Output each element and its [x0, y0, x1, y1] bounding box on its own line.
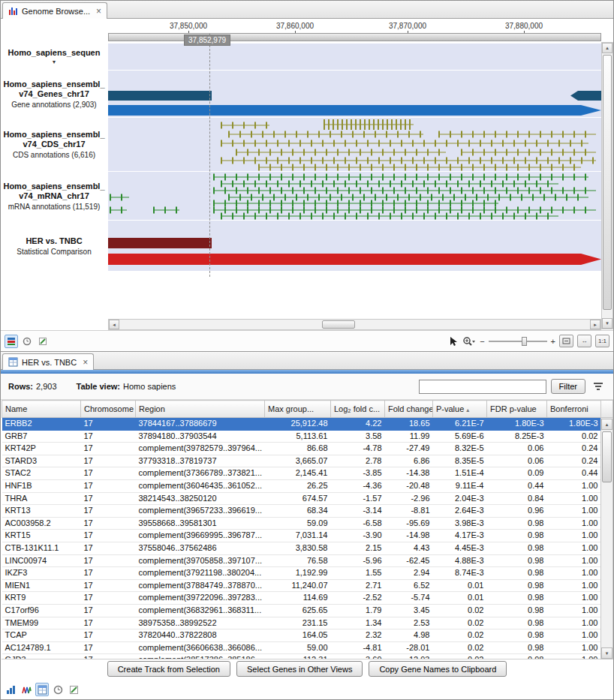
table-row-tcap[interactable]: TCAP1737820440..37822808164.052.324.980.… [2, 629, 601, 642]
table-row-ac003958-2[interactable]: AC003958.21739558668..3958130159.09-6.58… [2, 517, 601, 530]
zoom-tool-icon[interactable] [462, 336, 476, 347]
gene-bar[interactable] [108, 91, 212, 101]
zoom-100-percent-button[interactable]: 1:1 [595, 335, 609, 347]
table-row-krt9[interactable]: KRT917complement(39722096..397283...114.… [2, 592, 601, 605]
cell: 4.22 [331, 418, 385, 431]
zoom-slider[interactable] [489, 336, 547, 347]
stat-features[interactable] [108, 221, 601, 271]
genome-browser-view-icon[interactable] [20, 683, 33, 696]
filter-button[interactable]: Filter [551, 379, 585, 394]
column-header-p-value[interactable]: P-value▴ [433, 401, 487, 418]
column-header-fold-change[interactable]: Fold change [385, 401, 433, 418]
stat-erbb2-bar[interactable] [108, 254, 581, 265]
notes-view-icon[interactable] [67, 683, 80, 696]
column-header-region[interactable]: Region [136, 401, 265, 418]
cell: 1.55 [331, 567, 385, 580]
horizontal-scrollbar[interactable]: ◂ ▸ [108, 319, 601, 330]
select-genes-in-other-views-button[interactable]: Select Genes in Other Views [236, 661, 363, 677]
table-row-krt13[interactable]: KRT1317complement(39657233..396619...68.… [2, 505, 601, 518]
horizontal-scroll-thumb[interactable] [322, 320, 355, 329]
track-list-view-icon[interactable] [5, 335, 18, 348]
cell: 68.34 [265, 505, 331, 518]
track-label-statistical-comparison[interactable]: HER vs. TNBC Statistical Comparison [1, 221, 107, 271]
cell: 114.69 [265, 592, 331, 605]
sequence-track[interactable] [108, 44, 601, 70]
history-view-icon[interactable] [51, 683, 65, 696]
close-tab-icon[interactable]: × [83, 358, 88, 367]
zoom-slider-thumb[interactable] [522, 337, 527, 346]
cell: 164.05 [265, 629, 331, 642]
scroll-down-icon[interactable]: ▾ [602, 318, 612, 329]
table-row-stard3[interactable]: STARD31737793318..378197373,665.072.786.… [2, 455, 601, 467]
sequence-dropdown-icon[interactable]: ▾ [53, 59, 56, 65]
table-row-gjd3[interactable]: GJD317complement(38517386..385186...112.… [2, 654, 601, 659]
vertical-scroll-thumb[interactable] [603, 55, 612, 310]
table-row-krt15[interactable]: KRT1517complement(39669995..396787...7,0… [2, 530, 601, 542]
advanced-filter-icon[interactable] [592, 381, 604, 392]
stat-erbb2-arrowhead[interactable] [581, 254, 601, 265]
tab-genome-browser[interactable]: Genome Browse... × [2, 2, 107, 19]
table-row-krt42p[interactable]: KRT42P17complement(39782579..397964...86… [2, 443, 601, 455]
filter-input[interactable] [419, 380, 546, 394]
chart-view-icon[interactable] [4, 683, 17, 696]
track-label-sequence[interactable]: Homo_sapiens_sequen ▾ [1, 44, 107, 70]
column-header-fdr-p-value[interactable]: FDR p-value [487, 401, 547, 418]
cell: 4.43 [385, 542, 433, 554]
cell: complement(39722096..397283... [136, 592, 265, 605]
column-header-chromosome[interactable]: Chromosome [81, 401, 136, 418]
column-header-bonferroni[interactable]: Bonferroni [547, 401, 601, 418]
scroll-up-icon[interactable]: ▴ [602, 43, 612, 53]
table-scroll-down-icon[interactable]: ▾ [601, 647, 612, 659]
create-track-from-selection-button[interactable]: Create Track from Selection [107, 661, 230, 677]
table-row-ac124789-1[interactable]: AC124789.117complement(36606638..366086.… [2, 641, 601, 654]
table-vertical-scrollbar[interactable]: ▴ ▾ [600, 400, 613, 659]
cds-features[interactable] [108, 118, 601, 171]
zoom-in-button[interactable]: + [551, 337, 555, 346]
cell: 59.09 [265, 517, 331, 530]
mrna-features[interactable] [108, 172, 601, 220]
track-label-cds[interactable]: Homo_sapiens_ensembl_v74_CDS_chr17 CDS a… [1, 118, 107, 171]
fit-screen-icon[interactable] [559, 335, 573, 347]
track-label-genes[interactable]: Homo_sapiens_ensembl_v74_Genes_chr17 Gen… [1, 71, 107, 117]
cell: 38214543..38250120 [136, 492, 265, 505]
table-row-hnf1b[interactable]: HNF1B17complement(36046435..361052...26.… [2, 479, 601, 492]
vertical-scrollbar[interactable]: ▴ ▾ [601, 42, 613, 329]
fit-width-icon[interactable]: ↔ [577, 335, 591, 347]
column-header-log-fold-c-[interactable]: Log₂ fold c... [331, 401, 385, 418]
gene-erbb2-selected-bar[interactable] [108, 105, 581, 116]
cell: 9.11E-4 [433, 479, 487, 492]
copy-gene-names-to-clipboard-button[interactable]: Copy Gene Names to Clipboard [369, 661, 507, 677]
tab-her-vs-tnbc[interactable]: HER vs. TNBC × [2, 353, 94, 370]
cell: complement(39657233..396619... [136, 505, 265, 518]
scroll-left-icon[interactable]: ◂ [109, 320, 119, 329]
close-tab-icon[interactable]: × [96, 7, 101, 16]
history-view-icon[interactable] [20, 335, 34, 348]
gene-bar-reverse-strand[interactable] [570, 91, 601, 101]
gene-features[interactable] [108, 71, 601, 117]
table-scroll-thumb[interactable] [602, 431, 612, 482]
table-row-ctb-131k11-1[interactable]: CTB-131K11.11737558046..375624863,830.58… [2, 542, 601, 554]
table-row-ikzf3[interactable]: IKZF317complement(37921198..380204...1,1… [2, 567, 601, 580]
notes-view-icon[interactable] [36, 335, 50, 348]
table-row-tmem99[interactable]: TMEM991738975358..38992522231.151.342.53… [2, 617, 601, 629]
table-row-mien1[interactable]: MIEN117complement(37884749..378870...11,… [2, 579, 601, 592]
table-row-stac2[interactable]: STAC217complement(37366789..373821...2,1… [2, 467, 601, 480]
column-header-max-group-[interactable]: Max group... [265, 401, 331, 418]
table-scroll-up-icon[interactable]: ▴ [601, 419, 612, 430]
zoom-out-button[interactable]: − [480, 337, 484, 346]
cell: KRT42P [2, 443, 81, 455]
selection-pointer-icon[interactable] [449, 336, 459, 347]
stat-bar[interactable] [108, 238, 212, 248]
table-row-c17orf96[interactable]: C17orf9617complement(36832961..368311...… [2, 604, 601, 617]
table-row-thra[interactable]: THRA1738214543..38250120674.57-1.57-2.96… [2, 492, 601, 505]
track-label-mrna[interactable]: Homo_sapiens_ensembl_v74_mRNA_chr17 mRNA… [1, 172, 107, 220]
table-row-erbb2[interactable]: ERBB21737844167..3788667925,912.484.2218… [2, 418, 601, 431]
column-header-name[interactable]: Name [2, 401, 81, 418]
table-view-icon[interactable] [35, 683, 49, 696]
cell: 2.32 [331, 629, 385, 642]
scroll-right-icon[interactable]: ▸ [590, 320, 600, 329]
table-row-grb7[interactable]: GRB71737894180..379035445,113.613.5811.9… [2, 430, 601, 443]
table-row-linc00974[interactable]: LINC0097417complement(39705858..397107..… [2, 554, 601, 567]
gene-erbb2-arrowhead[interactable] [581, 105, 601, 116]
ruler-bar[interactable] [108, 33, 601, 41]
